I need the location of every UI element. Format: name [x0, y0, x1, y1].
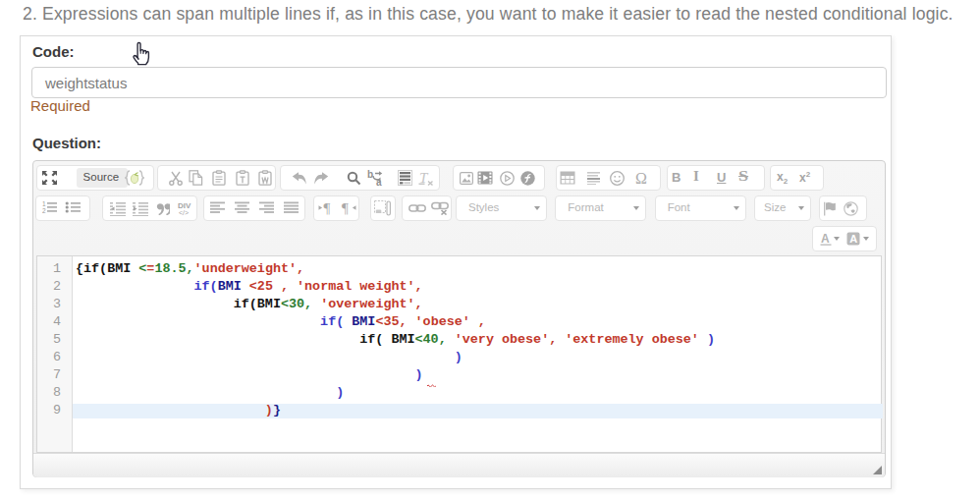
svg-text:A: A [849, 233, 857, 245]
svg-text:2: 2 [42, 207, 46, 214]
svg-text:Ω: Ω [635, 171, 647, 186]
svg-text:¶: ¶ [342, 201, 349, 215]
svg-text:¶: ¶ [324, 201, 331, 215]
svg-text:b: b [367, 170, 373, 180]
svg-text:A: A [821, 232, 830, 246]
svg-text:</>: </> [179, 209, 189, 215]
